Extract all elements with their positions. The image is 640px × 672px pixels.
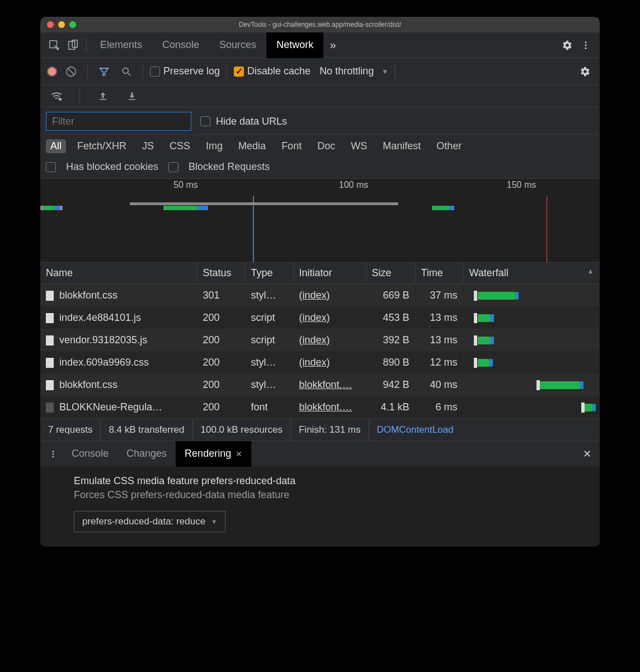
- divider: [86, 38, 87, 53]
- blocked-cookies-label: Has blocked cookies: [66, 161, 158, 173]
- tab-sources[interactable]: Sources: [209, 32, 266, 58]
- disable-cache-checkbox[interactable]: ✓: [234, 67, 244, 77]
- main-tab-bar: Elements Console Sources Network »: [40, 32, 600, 58]
- cell-initiator[interactable]: (index): [293, 284, 366, 307]
- upload-har-icon[interactable]: [93, 87, 112, 106]
- window-controls: [47, 21, 76, 28]
- devtools-window: DevTools - gui-challenges.web.app/media-…: [40, 17, 600, 547]
- network-settings-gear-icon[interactable]: [575, 62, 594, 81]
- disable-cache-label: Disable cache: [247, 65, 310, 77]
- cell-time: 37 ms: [415, 284, 463, 307]
- type-filter-doc[interactable]: Doc: [313, 139, 340, 153]
- cell-time: 40 ms: [415, 373, 463, 396]
- tab-network[interactable]: Network: [266, 32, 323, 58]
- divider: [79, 89, 80, 103]
- cell-name: vendor.93182035.js: [40, 329, 197, 351]
- type-filter-js[interactable]: JS: [138, 139, 158, 153]
- col-name[interactable]: Name: [40, 263, 197, 284]
- device-toolbar-icon[interactable]: [64, 36, 83, 55]
- minimize-window-button[interactable]: [58, 21, 65, 28]
- type-filter-font[interactable]: Font: [277, 139, 306, 153]
- filter-input[interactable]: [46, 112, 191, 131]
- drawer-tab-rendering[interactable]: Rendering ✕: [176, 441, 251, 467]
- type-filter-all[interactable]: All: [46, 139, 66, 153]
- throttling-value: No throttling: [319, 65, 374, 77]
- inspect-element-icon[interactable]: [45, 36, 64, 55]
- file-icon: [46, 291, 54, 301]
- col-size[interactable]: Size: [366, 263, 415, 284]
- cell-size: 669 B: [366, 284, 415, 307]
- tab-console[interactable]: Console: [152, 32, 209, 58]
- request-row[interactable]: vendor.93182035.js200script(index)392 B1…: [40, 329, 600, 351]
- request-row[interactable]: BLOKKNeue-Regula…200fontblokkfont.…4.1 k…: [40, 396, 600, 418]
- blocked-requests-checkbox[interactable]: [168, 162, 178, 172]
- type-filter-css[interactable]: CSS: [165, 139, 195, 153]
- drawer-tab-console[interactable]: Console: [63, 441, 117, 467]
- svg-point-4: [585, 44, 587, 46]
- close-drawer-icon[interactable]: ✕: [577, 444, 596, 463]
- blocked-cookies-checkbox[interactable]: [46, 162, 56, 172]
- timeline-tick: 50 ms: [173, 180, 198, 190]
- cell-initiator[interactable]: blokkfont.…: [293, 396, 366, 418]
- col-waterfall[interactable]: Waterfall▲: [463, 263, 600, 284]
- col-status[interactable]: Status: [197, 263, 245, 284]
- timeline-bar: [449, 206, 454, 210]
- col-initiator[interactable]: Initiator: [293, 263, 366, 284]
- type-filter-media[interactable]: Media: [234, 139, 270, 153]
- drawer-tab-changes[interactable]: Changes: [117, 441, 176, 467]
- cell-name: blokkfont.css: [40, 373, 197, 396]
- dcl-marker: [253, 196, 254, 262]
- close-window-button[interactable]: [47, 21, 54, 28]
- cell-time: 12 ms: [415, 351, 463, 373]
- type-filter-img[interactable]: Img: [201, 139, 227, 153]
- cell-size: 4.1 kB: [366, 396, 415, 418]
- request-row[interactable]: blokkfont.css301styl…(index)669 B37 ms: [40, 284, 600, 307]
- network-conditions-icon[interactable]: [47, 87, 66, 106]
- col-type[interactable]: Type: [245, 263, 293, 284]
- file-icon: [46, 313, 54, 323]
- hide-data-urls-checkbox[interactable]: [200, 116, 210, 126]
- sort-arrow-icon: ▲: [587, 267, 594, 275]
- type-filter-fetchxhr[interactable]: Fetch/XHR: [73, 139, 131, 153]
- status-dcl[interactable]: DOMContentLoad: [369, 419, 462, 441]
- cell-initiator[interactable]: (index): [293, 306, 366, 329]
- cell-initiator[interactable]: blokkfont.…: [293, 373, 366, 396]
- request-row[interactable]: blokkfont.css200styl…blokkfont.…942 B40 …: [40, 373, 600, 396]
- blocked-requests-label: Blocked Requests: [189, 161, 270, 173]
- timeline-overview[interactable]: 50 ms 100 ms 150 ms: [40, 179, 600, 263]
- more-tabs-icon[interactable]: »: [323, 36, 342, 55]
- kebab-menu-icon[interactable]: [576, 36, 595, 55]
- svg-point-12: [53, 453, 54, 455]
- chevron-down-icon: ▼: [211, 518, 217, 525]
- network-status-bar: 7 requests 8.4 kB transferred 100.0 kB r…: [40, 418, 600, 441]
- preserve-log-checkbox[interactable]: [150, 67, 160, 77]
- timeline-tick: 150 ms: [507, 180, 536, 190]
- cell-initiator[interactable]: (index): [293, 329, 366, 351]
- request-row[interactable]: index.4e884101.js200script(index)453 B13…: [40, 306, 600, 329]
- cell-status: 200: [197, 351, 245, 373]
- close-tab-icon[interactable]: ✕: [236, 449, 242, 458]
- request-row[interactable]: index.609a9969.css200styl…(index)890 B12…: [40, 351, 600, 373]
- settings-gear-icon[interactable]: [557, 36, 576, 55]
- clear-icon[interactable]: [62, 62, 81, 81]
- cell-size: 942 B: [366, 373, 415, 396]
- tab-elements[interactable]: Elements: [90, 32, 152, 58]
- search-icon[interactable]: [117, 62, 136, 81]
- filter-toggle-icon[interactable]: [95, 62, 114, 81]
- prefers-reduced-data-select[interactable]: prefers-reduced-data: reduce ▼: [74, 511, 225, 532]
- timeline-bar: [242, 202, 398, 205]
- col-time[interactable]: Time: [415, 263, 463, 284]
- record-button[interactable]: [47, 67, 57, 77]
- network-toolbar: Preserve log ✓ Disable cache No throttli…: [40, 58, 600, 85]
- type-filter-other[interactable]: Other: [432, 139, 466, 153]
- cell-size: 392 B: [366, 329, 415, 351]
- maximize-window-button[interactable]: [69, 21, 76, 28]
- cell-initiator[interactable]: (index): [293, 351, 366, 373]
- divider: [395, 64, 396, 79]
- status-requests: 7 requests: [40, 419, 101, 441]
- drawer-kebab-icon[interactable]: [44, 444, 63, 463]
- download-har-icon[interactable]: [123, 87, 142, 106]
- type-filter-manifest[interactable]: Manifest: [378, 139, 425, 153]
- type-filter-ws[interactable]: WS: [346, 139, 371, 153]
- throttling-select[interactable]: No throttling ▼: [319, 65, 388, 77]
